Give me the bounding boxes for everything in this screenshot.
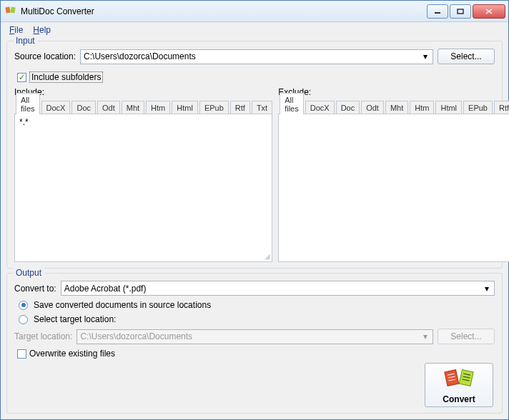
include-listbox[interactable]: *.* ◢	[14, 114, 272, 262]
titlebar: MultiDoc Converter	[1, 1, 508, 22]
include-pane: Include: All files DocX Doc Odt Mht Htm …	[14, 87, 272, 262]
include-tab-txt[interactable]: Txt	[252, 101, 272, 114]
select-target-radio[interactable]	[19, 315, 28, 324]
select-target-row: Select target location:	[19, 314, 495, 324]
chevron-down-icon: ▾	[480, 283, 493, 294]
target-location-value: C:\Users\dozorca\Documents	[80, 331, 192, 341]
menu-help-label: elp	[39, 25, 51, 35]
menubar: File Help	[1, 22, 508, 38]
target-select-button: Select...	[438, 329, 495, 344]
include-tab-html[interactable]: Html	[172, 101, 198, 114]
exclude-tab-mht[interactable]: Mht	[385, 101, 408, 114]
maximize-button[interactable]	[450, 4, 471, 19]
app-icon	[5, 6, 16, 17]
save-in-source-row: Save converted documents in source locat…	[19, 300, 495, 310]
svg-rect-0	[5, 6, 10, 13]
exclude-tab-odt[interactable]: Odt	[361, 101, 384, 114]
exclude-label: Exclude:	[278, 87, 509, 97]
exclude-tab-epub[interactable]: EPub	[463, 101, 493, 114]
exclude-tab-htm[interactable]: Htm	[410, 101, 434, 114]
svg-rect-10	[459, 369, 473, 386]
target-location-combo: C:\Users\dozorca\Documents ▾	[76, 329, 433, 344]
client-area: Input Source location: C:\Users\dozorca\…	[1, 38, 508, 419]
overwrite-label[interactable]: Overwrite existing files	[29, 349, 115, 359]
svg-rect-1	[10, 6, 15, 13]
include-label: Include:	[14, 87, 272, 97]
include-tab-mht[interactable]: Mht	[122, 101, 144, 114]
svg-rect-6	[445, 369, 459, 386]
target-row: Target location: C:\Users\dozorca\Docume…	[14, 329, 495, 344]
convert-to-value: Adobe Acrobat (*.pdf)	[64, 284, 147, 294]
close-button[interactable]	[473, 4, 505, 19]
output-legend: Output	[13, 268, 44, 278]
convert-to-row: Convert to: Adobe Acrobat (*.pdf) ▾	[14, 281, 495, 296]
source-select-button[interactable]: Select...	[438, 49, 495, 64]
include-subfolders-row: Include subfolders	[17, 71, 495, 83]
convert-to-label: Convert to:	[14, 284, 56, 294]
overwrite-row: Overwrite existing files	[17, 349, 495, 359]
exclude-tab-all[interactable]: All files	[280, 93, 304, 114]
source-location-label: Source location:	[14, 51, 76, 61]
include-tabs: All files DocX Doc Odt Mht Htm Html EPub…	[14, 99, 272, 114]
exclude-listbox[interactable]: ◢	[278, 114, 509, 262]
exclude-pane: Exclude: All files DocX Doc Odt Mht Htm …	[278, 87, 509, 262]
include-tab-all[interactable]: All files	[16, 93, 40, 114]
output-group: Output Convert to: Adobe Acrobat (*.pdf)…	[6, 273, 503, 414]
include-tab-epub[interactable]: EPub	[199, 101, 229, 114]
menu-help[interactable]: Help	[29, 24, 55, 36]
include-pattern: *.*	[19, 117, 29, 127]
source-location-combo[interactable]: C:\Users\dozorca\Documents ▾	[80, 49, 433, 64]
svg-rect-3	[458, 9, 463, 14]
resize-grip-icon: ◢	[265, 253, 270, 260]
include-tab-htm[interactable]: Htm	[146, 101, 170, 114]
save-in-source-radio[interactable]	[19, 301, 28, 310]
source-location-value: C:\Users\dozorca\Documents	[84, 51, 196, 61]
include-tab-doc[interactable]: Doc	[71, 101, 96, 114]
chevron-down-icon: ▾	[419, 51, 431, 62]
exclude-tab-doc[interactable]: Doc	[336, 101, 360, 114]
convert-button[interactable]: Convert	[425, 363, 493, 407]
convert-to-combo[interactable]: Adobe Acrobat (*.pdf) ▾	[61, 281, 495, 296]
input-legend: Input	[13, 36, 38, 46]
convert-icon	[443, 366, 475, 393]
window-title: MultiDoc Converter	[21, 6, 427, 16]
exclude-tab-rtf[interactable]: Rtf	[494, 101, 509, 114]
exclude-tab-docx[interactable]: DocX	[305, 101, 335, 114]
include-tab-docx[interactable]: DocX	[41, 101, 71, 114]
source-row: Source location: C:\Users\dozorca\Docume…	[14, 49, 495, 64]
target-location-label: Target location:	[14, 331, 72, 341]
exclude-tab-html[interactable]: Html	[435, 101, 462, 114]
include-subfolders-checkbox[interactable]	[17, 73, 26, 82]
window-buttons	[427, 4, 505, 19]
input-group: Input Source location: C:\Users\dozorca\…	[6, 41, 503, 269]
save-in-source-label[interactable]: Save converted documents in source locat…	[34, 300, 211, 310]
convert-button-label: Convert	[443, 394, 475, 404]
menu-file-label: ile	[14, 25, 23, 35]
overwrite-checkbox[interactable]	[17, 349, 26, 359]
select-target-label[interactable]: Select target location:	[34, 314, 116, 324]
include-tab-odt[interactable]: Odt	[97, 101, 120, 114]
chevron-down-icon: ▾	[419, 331, 431, 342]
include-tab-rtf[interactable]: Rtf	[230, 101, 250, 114]
minimize-button[interactable]	[427, 4, 448, 19]
include-subfolders-label[interactable]: Include subfolders	[29, 71, 103, 83]
exclude-tabs: All files DocX Doc Odt Mht Htm Html EPub…	[278, 99, 509, 114]
menu-file[interactable]: File	[5, 24, 27, 36]
window: MultiDoc Converter File Help Input Sourc…	[0, 0, 509, 420]
